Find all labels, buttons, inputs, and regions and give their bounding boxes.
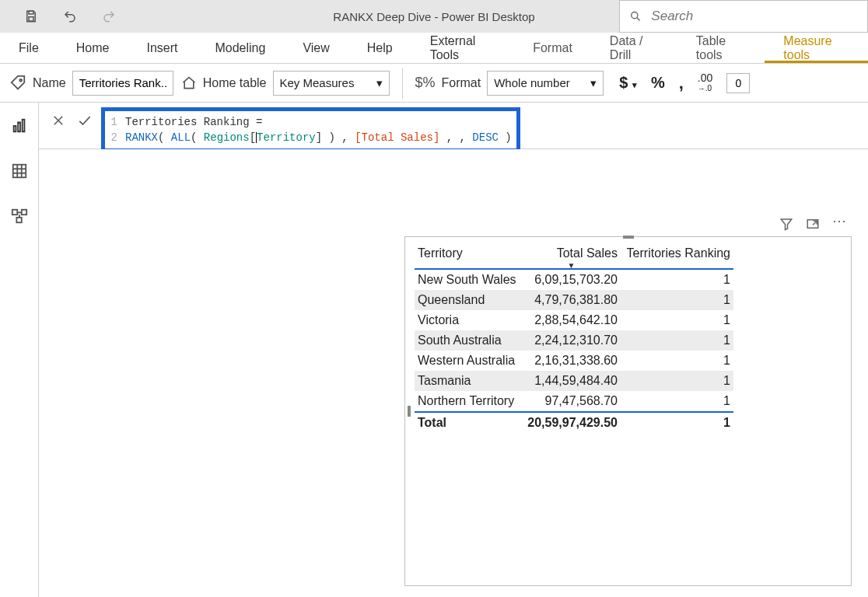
percent-icon[interactable]: % xyxy=(651,74,665,92)
table-row[interactable]: Western Australia2,16,31,338.601 xyxy=(415,351,733,371)
table-row[interactable]: Tasmania1,44,59,484.401 xyxy=(415,371,733,391)
search-box[interactable] xyxy=(619,0,868,33)
model-view-icon[interactable] xyxy=(9,205,30,227)
col-total-sales[interactable]: Total Sales▼ xyxy=(522,242,621,269)
qat xyxy=(0,4,121,29)
tab-help[interactable]: Help xyxy=(348,33,411,63)
svg-rect-14 xyxy=(21,210,26,215)
svg-point-4 xyxy=(19,79,22,81)
tab-external-tools[interactable]: External Tools xyxy=(411,33,514,63)
table-row[interactable]: Victoria2,88,54,642.101 xyxy=(415,310,733,330)
titlebar: RANKX Deep Dive - Power BI Desktop xyxy=(0,0,868,33)
home-table-select[interactable]: Key Measures ▾ xyxy=(273,71,390,96)
more-options-icon[interactable]: ⋯ xyxy=(832,217,846,231)
formula-editor[interactable]: 1Territories Ranking = 2RANKX( ALL( Regi… xyxy=(101,107,520,152)
home-table-group: Home table Key Measures ▾ xyxy=(181,71,390,96)
app-root: RANKX Deep Dive - Power BI Desktop File … xyxy=(0,0,868,597)
col-territory[interactable]: Territory xyxy=(415,242,522,269)
chevron-down-icon: ▾ xyxy=(376,76,383,90)
ribbon-tabs: File Home Insert Modeling View Help Exte… xyxy=(0,33,868,64)
tab-measure-tools[interactable]: Measure tools xyxy=(765,33,868,63)
decimals-input[interactable] xyxy=(726,73,750,93)
name-label: Name xyxy=(33,76,66,90)
tab-table-tools[interactable]: Table tools xyxy=(677,33,765,63)
table-row[interactable]: Northern Territory97,47,568.701 xyxy=(415,391,733,412)
svg-marker-20 xyxy=(781,219,792,230)
svg-rect-7 xyxy=(22,120,24,132)
report-view-icon[interactable] xyxy=(9,115,30,137)
commit-formula-icon[interactable] xyxy=(72,107,98,134)
sort-desc-icon: ▼ xyxy=(568,261,576,270)
svg-rect-8 xyxy=(12,165,26,178)
thousands-icon[interactable]: , xyxy=(679,73,684,93)
chevron-down-icon: ▾ xyxy=(590,76,597,90)
home-table-value: Key Measures xyxy=(280,76,355,89)
svg-line-3 xyxy=(637,18,640,21)
table-row[interactable]: New South Wales6,09,15,703.201 xyxy=(415,269,733,290)
focus-mode-icon[interactable] xyxy=(806,217,820,231)
format-group: $% Format Whole number ▾ xyxy=(415,71,604,96)
tab-view[interactable]: View xyxy=(284,33,348,63)
svg-point-2 xyxy=(632,12,638,19)
tab-file[interactable]: File xyxy=(0,33,58,63)
svg-rect-6 xyxy=(18,122,20,131)
formula-line1: Territories Ranking = xyxy=(125,116,262,128)
table-visual-frame[interactable]: ⋯ Territory Total Sales▼ Territories Ran… xyxy=(404,236,852,586)
home-icon xyxy=(181,75,197,91)
svg-rect-1 xyxy=(29,17,33,21)
resize-handle-left[interactable] xyxy=(408,406,411,417)
resize-handle-top[interactable] xyxy=(623,236,634,239)
name-group: Name xyxy=(9,71,173,96)
format-icon: $% xyxy=(415,75,436,91)
tab-data-drill[interactable]: Data / Drill xyxy=(591,33,677,63)
data-view-icon[interactable] xyxy=(9,160,30,182)
report-canvas[interactable]: ⋯ Territory Total Sales▼ Territories Ran… xyxy=(39,149,868,597)
search-input[interactable] xyxy=(649,8,858,25)
divider xyxy=(402,68,403,99)
format-select[interactable]: Whole number ▾ xyxy=(487,71,604,96)
tag-icon xyxy=(9,75,26,92)
search-icon xyxy=(629,9,642,23)
subribbon: Name Home table Key Measures ▾ $% Format… xyxy=(0,64,868,103)
decimal-toggle-icon[interactable]: .00→.0 xyxy=(698,73,712,93)
currency-icon[interactable]: $ ▾ xyxy=(619,74,637,92)
svg-rect-15 xyxy=(16,218,21,222)
left-rail xyxy=(0,103,39,597)
visual-header: ⋯ xyxy=(779,217,846,231)
table-row[interactable]: South Australia2,24,12,310.701 xyxy=(415,330,733,351)
tab-insert[interactable]: Insert xyxy=(128,33,196,63)
redo-icon[interactable] xyxy=(96,4,121,29)
format-icons-group: $ ▾ % , .00→.0 xyxy=(619,73,750,93)
svg-rect-5 xyxy=(13,126,16,131)
svg-rect-13 xyxy=(12,210,16,215)
svg-line-22 xyxy=(813,221,817,225)
tab-format[interactable]: Format xyxy=(514,33,591,63)
tab-home[interactable]: Home xyxy=(58,33,128,63)
col-territories-ranking[interactable]: Territories Ranking xyxy=(621,242,733,269)
tab-modeling[interactable]: Modeling xyxy=(196,33,284,63)
format-value: Whole number xyxy=(494,76,570,89)
home-table-label: Home table xyxy=(203,76,267,90)
table-total-row: Total20,59,97,429.501 xyxy=(415,412,733,433)
table-row[interactable]: Queensland4,79,76,381.801 xyxy=(415,290,733,310)
svg-rect-0 xyxy=(29,11,33,14)
cancel-formula-icon[interactable] xyxy=(45,107,72,134)
format-label: Format xyxy=(442,76,481,90)
filter-icon[interactable] xyxy=(779,217,793,231)
measure-name-input[interactable] xyxy=(72,71,173,96)
save-icon[interactable] xyxy=(19,4,44,29)
undo-icon[interactable] xyxy=(58,4,82,29)
table-visual: Territory Total Sales▼ Territories Ranki… xyxy=(405,237,851,438)
formula-bar: 1Territories Ranking = 2RANKX( ALL( Regi… xyxy=(39,103,868,149)
